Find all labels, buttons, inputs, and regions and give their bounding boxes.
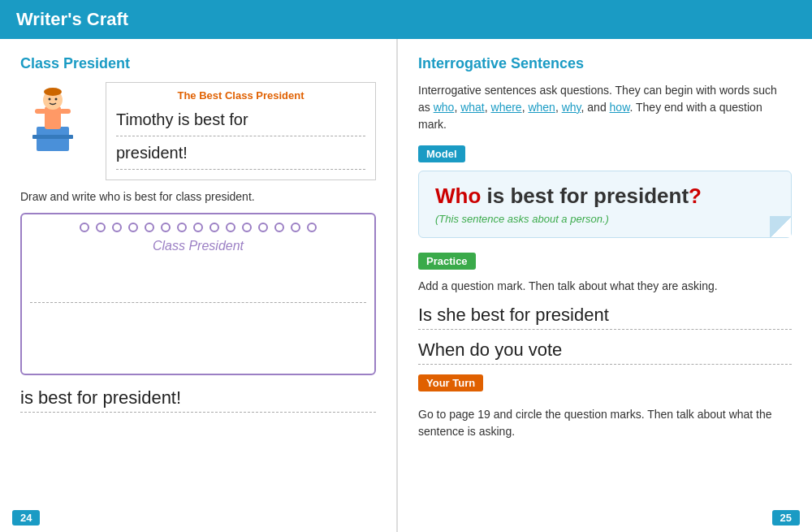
ring-13 <box>274 223 284 232</box>
ring-6 <box>161 223 171 232</box>
page-number-right: 25 <box>772 510 800 526</box>
your-turn-badge: Your Turn <box>418 374 483 391</box>
draw-instruction: Draw and write who is best for class pre… <box>20 190 376 203</box>
comma2: , <box>485 101 491 114</box>
ring-4 <box>128 223 138 232</box>
ring-11 <box>242 223 252 232</box>
comma1: , <box>454 101 460 114</box>
practice-instruction: Add a question mark. Then talk about wha… <box>418 278 792 295</box>
ring-2 <box>96 223 106 232</box>
header-title: Writer's Craft <box>16 9 128 30</box>
ring-14 <box>291 223 300 232</box>
svg-point-7 <box>49 98 51 101</box>
notepad-rings-row <box>30 223 366 232</box>
model-sentence: Who is best for president? <box>435 184 775 209</box>
ring-3 <box>112 223 122 232</box>
left-section-title: Class President <box>20 55 376 72</box>
model-note: (This sentence asks about a person.) <box>435 213 775 225</box>
word-when: when <box>528 101 555 114</box>
practice-line-2: When do you vote <box>418 340 792 365</box>
text-and: , and <box>581 101 610 114</box>
svg-rect-2 <box>45 106 61 129</box>
notepad-label: Class President <box>30 239 366 253</box>
your-turn-text: Go to page 19 and circle the question ma… <box>418 406 792 440</box>
svg-point-8 <box>55 98 58 101</box>
word-what: what <box>460 101 485 114</box>
example-title: The Best Class President <box>116 89 365 102</box>
word-who: who <box>434 101 455 114</box>
model-box: Who is best for president? (This sentenc… <box>418 171 792 238</box>
example-box: The Best Class President Timothy is best… <box>106 82 376 180</box>
svg-point-6 <box>44 88 62 96</box>
right-section-title: Interrogative Sentences <box>418 55 792 72</box>
word-why: why <box>562 101 581 114</box>
ring-5 <box>145 223 154 232</box>
bottom-writing-line: is best for president! <box>20 387 376 413</box>
comma4: , <box>555 101 562 114</box>
ring-10 <box>226 223 235 232</box>
word-where: where <box>491 101 522 114</box>
practice-line-1: Is she best for president <box>418 305 792 330</box>
notepad-bottom-line <box>30 302 366 303</box>
svg-rect-3 <box>35 109 46 114</box>
model-who-word: Who <box>435 184 481 208</box>
ring-8 <box>193 223 203 232</box>
book-container: Writer's Craft Class President <box>0 0 812 532</box>
your-turn-section: Your Turn Go to page 19 and circle the q… <box>418 374 792 440</box>
practice-badge: Practice <box>418 253 476 270</box>
handwriting-line2: president! <box>116 140 365 170</box>
model-question-mark: ? <box>689 184 702 208</box>
word-how: how <box>610 101 630 114</box>
pages: Class President <box>0 39 812 532</box>
svg-rect-1 <box>32 135 73 139</box>
notepad-rings <box>80 223 317 232</box>
intro-text: Interrogative sentences ask questions. T… <box>418 82 792 133</box>
handwriting-lines: Timothy is best for president! <box>116 106 365 170</box>
handwriting-line1: Timothy is best for <box>116 106 365 136</box>
ring-15 <box>307 223 317 232</box>
ring-7 <box>177 223 187 232</box>
header: Writer's Craft <box>0 0 812 39</box>
model-badge: Model <box>418 145 465 162</box>
page-number-left: 24 <box>12 510 40 526</box>
notepad: Class President <box>20 213 376 375</box>
page-right: Interrogative Sentences Interrogative se… <box>398 39 812 532</box>
illustration <box>20 82 93 155</box>
page-left: Class President <box>0 39 398 532</box>
ring-1 <box>80 223 89 232</box>
ring-12 <box>258 223 268 232</box>
model-sentence-rest: is best for president <box>481 184 689 208</box>
student-example: The Best Class President Timothy is best… <box>20 82 376 180</box>
ring-9 <box>209 223 219 232</box>
svg-rect-4 <box>59 109 71 114</box>
